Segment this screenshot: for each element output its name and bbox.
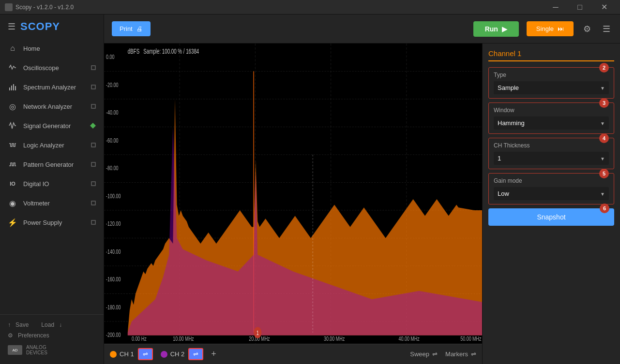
digital-io-indicator — [91, 181, 96, 186]
ch2-settings-button[interactable]: ⇌ — [188, 348, 203, 360]
preferences-icon: ⚙ — [8, 332, 13, 339]
spectrum-chart: 0.00 -20.00 -40.00 -60.00 -80.00 -100.00… — [104, 44, 482, 344]
gain-mode-badge: 5 — [599, 169, 609, 178]
pattern-indicator — [91, 162, 96, 167]
snapshot-button[interactable]: Snapshot 6 — [488, 208, 614, 226]
digital-io-icon: IO — [8, 179, 17, 189]
sidebar-nav: ⌂ Home Oscilloscope Spectrum Analyzer ◎ … — [0, 39, 104, 314]
chart-container[interactable]: 0.00 -20.00 -40.00 -60.00 -80.00 -100.00… — [104, 44, 482, 344]
logic-indicator — [91, 143, 96, 147]
markers-action[interactable]: Markers ⇌ — [445, 350, 476, 358]
type-label: Type — [494, 72, 609, 78]
app-logo: SCOPY — [20, 20, 60, 33]
single-icon: ⏭ — [558, 25, 564, 32]
power-supply-icon: ⚡ — [8, 218, 17, 227]
window-badge: 3 — [599, 98, 609, 108]
sidebar-item-pattern-generator[interactable]: Pattern Generator — [0, 155, 104, 174]
gain-mode-select[interactable]: Low High — [494, 187, 609, 200]
toolbar: Print 🖨 Run ▶ Single ⏭ ⚙ ☰ — [104, 15, 620, 44]
sidebar-item-home[interactable]: ⌂ Home — [0, 39, 104, 58]
sidebar-item-oscilloscope[interactable]: Oscilloscope — [0, 58, 104, 77]
svg-text:-160.00: -160.00 — [106, 276, 121, 283]
sidebar-item-logic-analyzer[interactable]: Logic Analyzer — [0, 135, 104, 155]
window-select[interactable]: Hamming Hann Blackman Flat Top Rectangul… — [494, 116, 609, 130]
network-indicator — [91, 104, 96, 109]
ch-thickness-select[interactable]: 1 2 3 4 — [494, 152, 609, 165]
svg-text:0.00 Hz: 0.00 Hz — [132, 335, 147, 342]
oscilloscope-icon — [8, 63, 17, 73]
hamburger-icon[interactable]: ☰ — [8, 21, 15, 32]
minimize-button[interactable]: ─ — [544, 0, 567, 15]
add-channel-button[interactable]: + — [207, 348, 220, 360]
right-panel: Channel 1 2 Type Sample Peak Average RMS — [482, 44, 620, 364]
load-label: Load — [41, 321, 54, 328]
signal-gen-icon — [8, 121, 17, 131]
svg-text:dBFS: dBFS — [128, 47, 139, 55]
power-supply-indicator — [91, 220, 96, 225]
run-button[interactable]: Run ▶ — [473, 21, 519, 37]
ch2-label: CH 2 — [170, 350, 185, 358]
print-icon: 🖨 — [136, 25, 143, 32]
ch2-button[interactable]: CH 2 — [161, 350, 185, 358]
ch1-dot — [110, 351, 117, 358]
sidebar-item-power-supply[interactable]: ⚡ Power Supply — [0, 213, 104, 232]
svg-text:-20.00: -20.00 — [106, 81, 118, 88]
sidebar: ☰ SCOPY ⌂ Home Oscilloscope Spectrum Ana… — [0, 15, 104, 364]
load-icon: ↓ — [59, 321, 62, 328]
svg-text:-40.00: -40.00 — [106, 109, 118, 116]
type-badge: 2 — [599, 63, 609, 73]
sweep-icon: ⇌ — [432, 350, 438, 358]
settings-icon[interactable]: ⚙ — [581, 22, 593, 36]
ch-thickness-badge: 4 — [599, 133, 609, 143]
pattern-gen-icon — [8, 160, 17, 169]
svg-text:-180.00: -180.00 — [106, 304, 121, 310]
single-button[interactable]: Single ⏭ — [527, 21, 574, 36]
sidebar-item-voltmeter[interactable]: ◉ Voltmeter — [0, 193, 104, 213]
svg-text:10.00 MHz: 10.00 MHz — [173, 335, 194, 342]
ch-thickness-label: CH Thickness — [494, 142, 609, 149]
sidebar-item-spectrum-analyzer[interactable]: Spectrum Analyzer — [0, 77, 104, 97]
sidebar-item-digital-io[interactable]: IO Digital IO — [0, 174, 104, 193]
sidebar-item-network-analyzer[interactable]: ◎ Network Analyzer — [0, 97, 104, 116]
svg-text:40.00 MHz: 40.00 MHz — [399, 335, 420, 342]
signal-gen-indicator — [90, 123, 96, 129]
svg-text:1: 1 — [257, 329, 259, 336]
logic-analyzer-icon — [8, 140, 17, 150]
menu-icon[interactable]: ☰ — [601, 22, 612, 36]
snapshot-badge: 6 — [600, 204, 609, 213]
voltmeter-icon: ◉ — [8, 198, 17, 208]
voltmeter-indicator — [91, 201, 96, 205]
close-button[interactable]: ✕ — [593, 0, 615, 15]
sidebar-item-signal-generator[interactable]: Signal Generator — [0, 116, 104, 135]
sweep-action[interactable]: Sweep ⇌ — [410, 350, 438, 358]
type-control: 2 Type Sample Peak Average RMS — [488, 67, 614, 99]
maximize-button[interactable]: □ — [569, 0, 591, 15]
save-row[interactable]: ↑ Save Load ↓ — [8, 320, 96, 330]
ch-thickness-control: 4 CH Thickness 1 2 3 4 — [488, 138, 614, 169]
window-control: 3 Window Hamming Hann Blackman Flat Top … — [488, 102, 614, 134]
print-button[interactable]: Print 🖨 — [112, 21, 151, 36]
analog-devices-logo: AD ANALOGDEVICES — [8, 341, 96, 359]
svg-text:-60.00: -60.00 — [106, 137, 118, 144]
titlebar: Scopy - v1.2.0 - v1.2.0 ─ □ ✕ — [0, 0, 620, 15]
markers-icon: ⇌ — [471, 350, 476, 358]
snapshot-label: Snapshot — [537, 213, 565, 221]
panel-title: Channel 1 — [488, 49, 614, 61]
ch2-dot — [161, 351, 167, 358]
svg-text:0.00: 0.00 — [106, 54, 114, 60]
svg-rect-1 — [11, 86, 12, 90]
svg-rect-0 — [9, 87, 10, 90]
spectrum-indicator — [91, 85, 96, 89]
svg-text:-140.00: -140.00 — [106, 248, 121, 255]
preferences-row[interactable]: ⚙ Preferences — [8, 330, 96, 341]
home-icon: ⌂ — [8, 44, 17, 53]
ch1-settings-button[interactable]: ⇌ — [138, 348, 153, 360]
svg-text:-80.00: -80.00 — [106, 165, 118, 172]
ch1-button[interactable]: CH 1 — [110, 350, 134, 358]
app-icon — [5, 3, 13, 11]
svg-text:-120.00: -120.00 — [106, 220, 121, 227]
window-label: Window — [494, 107, 609, 114]
type-select[interactable]: Sample Peak Average RMS — [494, 81, 609, 94]
svg-text:Sample: 100.00 % / 16384: Sample: 100.00 % / 16384 — [143, 47, 199, 55]
gain-mode-label: Gain mode — [494, 177, 609, 184]
